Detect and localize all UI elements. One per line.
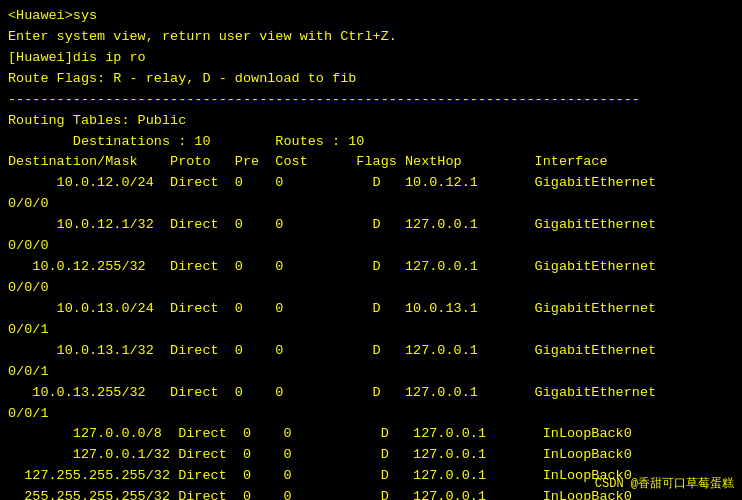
- terminal-line: 0/0/1: [8, 404, 734, 425]
- terminal-line: Destination/Mask Proto Pre Cost Flags Ne…: [8, 152, 734, 173]
- terminal-line: 10.0.12.1/32 Direct 0 0 D 127.0.0.1 Giga…: [8, 215, 734, 236]
- terminal-line: 0/0/1: [8, 320, 734, 341]
- terminal-line: 127.0.0.0/8 Direct 0 0 D 127.0.0.1 InLoo…: [8, 424, 734, 445]
- terminal-line: 0/0/0: [8, 278, 734, 299]
- terminal-line: [Huawei]dis ip ro: [8, 48, 734, 69]
- terminal-line: Route Flags: R - relay, D - download to …: [8, 69, 734, 90]
- terminal-line: 127.0.0.1/32 Direct 0 0 D 127.0.0.1 InLo…: [8, 445, 734, 466]
- terminal-window: <Huawei>sysEnter system view, return use…: [0, 0, 742, 500]
- terminal-line: Routing Tables: Public: [8, 111, 734, 132]
- terminal-line: <Huawei>sys: [8, 6, 734, 27]
- terminal-line: 10.0.12.255/32 Direct 0 0 D 127.0.0.1 Gi…: [8, 257, 734, 278]
- terminal-line: 10.0.13.0/24 Direct 0 0 D 10.0.13.1 Giga…: [8, 299, 734, 320]
- terminal-line: ----------------------------------------…: [8, 90, 734, 111]
- terminal-line: 10.0.12.0/24 Direct 0 0 D 10.0.12.1 Giga…: [8, 173, 734, 194]
- terminal-line: Enter system view, return user view with…: [8, 27, 734, 48]
- terminal-line: Destinations : 10 Routes : 10: [8, 132, 734, 153]
- terminal-line: 0/0/0: [8, 236, 734, 257]
- terminal-line: 10.0.13.255/32 Direct 0 0 D 127.0.0.1 Gi…: [8, 383, 734, 404]
- watermark-text: CSDN @香甜可口草莓蛋糕: [595, 475, 734, 492]
- terminal-line: 10.0.13.1/32 Direct 0 0 D 127.0.0.1 Giga…: [8, 341, 734, 362]
- terminal-line: 0/0/1: [8, 362, 734, 383]
- terminal-line: 0/0/0: [8, 194, 734, 215]
- terminal-output: <Huawei>sysEnter system view, return use…: [8, 6, 734, 500]
